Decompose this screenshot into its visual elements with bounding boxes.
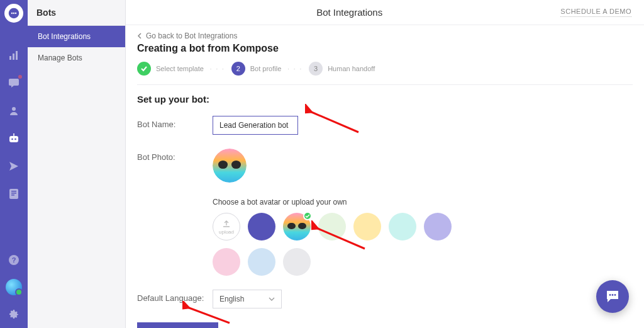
chat-fab[interactable] [596, 280, 629, 313]
choose-avatar-text: Choose a bot avatar or upload your own [213, 198, 477, 206]
svg-point-25 [614, 294, 616, 296]
upload-label: upload [219, 229, 234, 235]
analytics-icon[interactable] [6, 48, 21, 63]
chat-icon[interactable] [6, 76, 21, 91]
default-language-label: Default Language: [137, 290, 213, 303]
avatar-teal-bot[interactable] [389, 213, 416, 240]
bot-photo-row: Bot Photo: Choose a bot avatar or upload… [137, 149, 633, 276]
default-language-row: Default Language: English [137, 290, 633, 308]
divider [137, 84, 633, 85]
step-1: Select template [137, 62, 204, 76]
svg-rect-4 [9, 56, 11, 60]
settings-icon[interactable] [6, 307, 21, 322]
step-done-icon [137, 62, 151, 76]
avatar-pink-bot[interactable] [213, 248, 240, 276]
chevron-left-icon [137, 33, 142, 39]
back-link-label: Go back to Bot Integrations [146, 31, 237, 40]
svg-point-23 [609, 294, 611, 296]
step-number: 3 [309, 62, 323, 76]
svg-rect-15 [11, 191, 16, 192]
svg-rect-9 [9, 136, 18, 142]
step-label: Human handoff [328, 65, 375, 72]
default-language-value: English [219, 295, 244, 303]
avatar-rainbow-nerd-bot[interactable] [283, 213, 311, 240]
chevron-down-icon [269, 297, 275, 301]
campaigns-icon[interactable] [6, 159, 21, 174]
topbar: Bot Integrations SCHEDULE A DEMO [126, 0, 644, 25]
schedule-demo-link[interactable]: SCHEDULE A DEMO [560, 8, 631, 17]
sidebar-item-bot-integrations[interactable]: Bot Integrations [28, 26, 125, 47]
bot-photo-label: Bot Photo: [137, 149, 213, 162]
avatar-green-bot[interactable] [318, 213, 346, 240]
back-link[interactable]: Go back to Bot Integrations [137, 31, 633, 40]
main: Bot Integrations SCHEDULE A DEMO Go back… [126, 0, 644, 328]
step-number: 2 [231, 62, 245, 76]
svg-rect-7 [9, 79, 19, 86]
help-icon[interactable]: ? [6, 252, 21, 268]
bot-name-row: Bot Name: [137, 116, 633, 135]
stepper: Select template · · · 2 Bot profile · · … [137, 62, 633, 76]
reports-icon[interactable] [6, 186, 21, 201]
section-title: Set up your bot: [137, 94, 633, 105]
default-language-select[interactable]: English [213, 290, 282, 308]
user-avatar[interactable] [6, 279, 22, 295]
avatar-blue-bot[interactable] [248, 248, 275, 276]
check-icon [303, 212, 312, 220]
upload-icon [222, 219, 231, 228]
content: Go back to Bot Integrations Creating a b… [126, 25, 644, 328]
brand-logo[interactable] [4, 4, 23, 23]
avatar-purple-bot[interactable] [248, 213, 275, 240]
svg-rect-17 [11, 195, 14, 196]
svg-point-2 [13, 13, 14, 14]
svg-point-10 [11, 139, 13, 140]
page-title: Bot Integrations [138, 7, 560, 18]
avatar-brown-bot[interactable] [283, 248, 311, 276]
avatar-grid: upload [213, 213, 477, 276]
contacts-icon[interactable] [6, 103, 21, 118]
svg-point-11 [14, 139, 16, 140]
bot-name-input[interactable] [213, 116, 298, 135]
icon-rail: ? [0, 0, 28, 328]
selected-avatar [213, 149, 247, 183]
step-2: 2 Bot profile [231, 62, 282, 76]
avatar-upload[interactable]: upload [213, 213, 240, 240]
svg-point-8 [12, 107, 16, 111]
svg-point-24 [612, 294, 614, 296]
svg-rect-5 [13, 54, 14, 60]
svg-rect-16 [11, 193, 16, 194]
step-label: Bot profile [250, 65, 282, 72]
sidebar: Bots Bot Integrations Manage Bots [28, 0, 126, 328]
svg-text:?: ? [12, 256, 16, 264]
heading: Creating a bot from Kompose [137, 43, 633, 54]
save-and-proceed-button[interactable]: Save and proceed [137, 322, 218, 328]
avatar-lavender-bot[interactable] [424, 213, 452, 240]
svg-point-3 [15, 13, 16, 14]
svg-rect-14 [9, 189, 18, 199]
step-3: 3 Human handoff [309, 62, 375, 76]
svg-rect-6 [16, 51, 18, 60]
chat-bubble-icon [604, 288, 621, 305]
svg-point-1 [11, 13, 13, 14]
bot-name-label: Bot Name: [137, 116, 213, 129]
avatar-yellow-bot[interactable] [353, 213, 381, 240]
bot-icon[interactable] [6, 131, 21, 146]
sidebar-item-manage-bots[interactable]: Manage Bots [28, 47, 125, 69]
step-label: Select template [156, 65, 204, 72]
sidebar-title: Bots [28, 0, 125, 26]
